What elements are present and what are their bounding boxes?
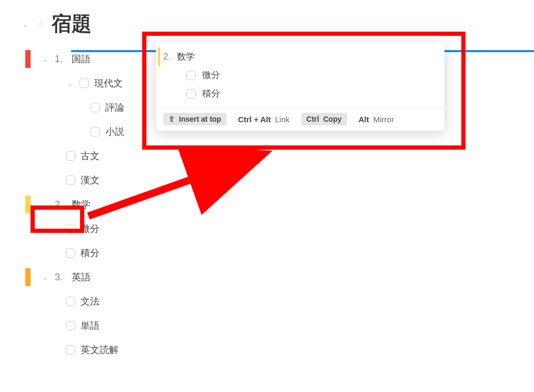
color-bar-orange [25, 268, 31, 286]
checkbox[interactable] [66, 248, 75, 258]
checkbox[interactable] [186, 71, 196, 80]
color-bar-red [25, 50, 31, 68]
checkbox[interactable] [66, 175, 75, 185]
item-label: 数学 [177, 51, 195, 63]
page-title: 宿題 [52, 11, 92, 37]
action-label: Link [275, 115, 290, 124]
item-label: 英文読解 [81, 344, 118, 356]
list-item[interactable]: ⌄ 3. 英語 [41, 265, 534, 289]
item-label: 現代文 [94, 77, 123, 90]
item-label: 英語 [72, 271, 91, 283]
item-label: 数学 [72, 198, 91, 211]
checkbox[interactable] [66, 321, 75, 330]
popup-item[interactable]: 2. 数学 [158, 47, 437, 66]
item-label: 漢文 [81, 174, 100, 187]
list-item[interactable]: ⌄ 2. 数学 [41, 192, 534, 217]
item-number: 2. [163, 52, 171, 62]
item-label: 評論 [105, 101, 124, 114]
chevron-down-icon[interactable]: ⌄ [41, 273, 50, 281]
list-item[interactable]: 古文 [66, 144, 534, 168]
item-label: 積分 [81, 247, 100, 259]
chevron-down-icon[interactable]: ⌄ [21, 20, 29, 28]
checkbox[interactable] [91, 127, 100, 136]
checkbox[interactable] [80, 79, 89, 88]
chevron-down-icon[interactable]: ⌄ [41, 55, 50, 63]
copy-action[interactable]: Ctrl Copy [301, 113, 347, 125]
popup-body: 2. 数学 微分 積分 [156, 42, 444, 107]
item-label: 文法 [81, 295, 100, 308]
chevron-down-icon[interactable]: ⌄ [41, 200, 50, 209]
item-number: 2. [55, 199, 66, 210]
list-item[interactable]: 文法 [66, 289, 534, 313]
list-item[interactable]: 英文読解 [66, 338, 534, 362]
item-label: 単語 [81, 319, 100, 332]
checkbox[interactable] [66, 151, 75, 161]
popup-item[interactable]: 積分 [186, 84, 437, 103]
mirror-action[interactable]: Alt Mirror [359, 115, 394, 124]
key-combo: Ctrl + Alt [238, 115, 271, 124]
item-label: 積分 [202, 87, 220, 100]
drag-preview-popup: 2. 数学 微分 積分 ⇧ Insert at top Ctrl + Alt L… [156, 42, 444, 131]
key-combo: Alt [359, 115, 369, 124]
action-label: Mirror [373, 115, 394, 124]
color-bar-yellow [25, 195, 31, 213]
item-label: 微分 [202, 69, 220, 81]
key-badge: Ctrl Copy [301, 113, 347, 125]
popup-footer: ⇧ Insert at top Ctrl + Alt Link Ctrl Cop… [156, 107, 444, 131]
checkbox[interactable] [186, 89, 196, 99]
popup-item[interactable]: 微分 [186, 66, 437, 84]
list-item[interactable]: 漢文 [66, 168, 534, 192]
item-number: 3. [55, 272, 66, 283]
chevron-down-icon[interactable]: ⌄ [66, 79, 74, 87]
item-label: 国語 [72, 53, 91, 65]
item-label: 小説 [105, 125, 124, 138]
sparkle-icon: ⁘ [37, 18, 44, 31]
shift-key-icon: ⇧ Insert at top [163, 113, 226, 125]
list-item[interactable]: 積分 [66, 241, 534, 265]
checkbox[interactable] [91, 103, 100, 112]
list-item[interactable]: 微分 [66, 217, 534, 241]
item-label: 微分 [81, 222, 100, 235]
item-number: 1. [55, 54, 66, 65]
list-item[interactable]: 単語 [66, 313, 534, 338]
link-action[interactable]: Ctrl + Alt Link [238, 115, 290, 124]
item-label: 古文 [81, 150, 100, 162]
checkbox[interactable] [66, 297, 75, 306]
checkbox[interactable] [66, 224, 75, 233]
insert-at-top-action[interactable]: ⇧ Insert at top [163, 113, 226, 125]
checkbox[interactable] [66, 345, 75, 355]
title-row: ⌄ ⁘ 宿題 [0, 0, 534, 37]
